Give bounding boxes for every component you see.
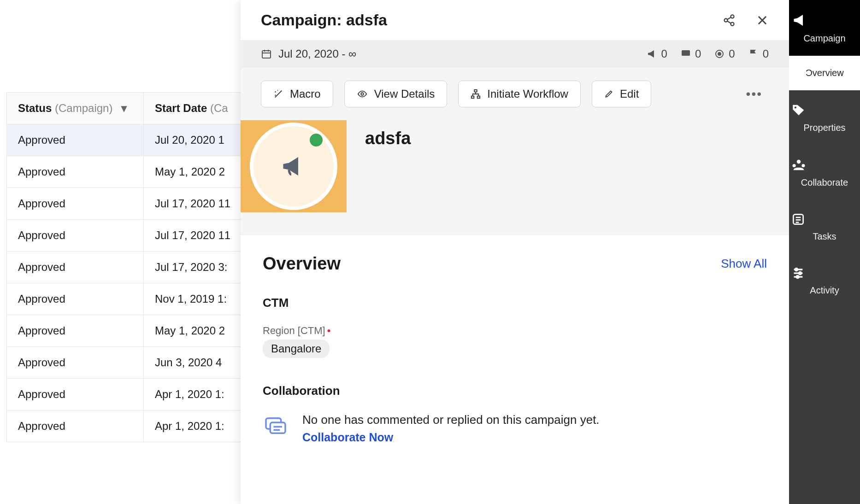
svg-rect-16 [471,96,474,99]
sidebar-item-activity[interactable]: Activity [789,254,860,308]
tag-icon [791,102,858,118]
show-all-link[interactable]: Show All [721,257,767,271]
sidebar-item-tasks[interactable]: Tasks [789,200,860,254]
table-row[interactable]: Jun 3, 2020 4 [143,347,246,379]
page-title: Campaign: adsfa [261,11,723,29]
table-row[interactable]: Jul 17, 2020 11 [143,188,246,220]
sidebar-item-label: Campaign [803,33,845,43]
date-bar: Jul 20, 2020 - ∞ 0 0 0 0 [241,40,789,68]
sidebar-item-label: Overview [805,68,843,78]
view-details-button[interactable]: View Details [344,81,448,107]
chat-bubble-icon [263,413,289,439]
svg-point-0 [731,15,734,18]
table-row[interactable]: Approved [7,410,144,442]
overview-heading: Overview [263,254,341,274]
svg-point-22 [795,106,796,108]
ctm-label: CTM [263,296,767,310]
sidebar-item-label: Properties [803,123,845,133]
svg-point-24 [793,164,796,167]
people-icon [791,157,858,173]
wand-icon [273,89,283,99]
table-row[interactable]: Approved [7,220,144,252]
campaign-hero: adsfa [241,120,789,235]
collaborate-now-link[interactable]: Collaborate Now [302,431,600,444]
svg-point-31 [795,268,797,270]
campaign-panel: Campaign: adsfa Jul 20, 2020 - ∞ 0 0 [241,0,789,504]
stat-chat[interactable]: 0 [680,47,701,60]
right-sidebar: Campaign Overview Properties Collaborate… [789,0,860,504]
date-range: Jul 20, 2020 - ∞ [278,47,356,60]
table-row[interactable]: Approved [7,379,144,410]
sidebar-item-label: Activity [810,285,839,295]
stat-announce[interactable]: 0 [647,47,667,60]
svg-rect-7 [262,51,271,58]
table-row[interactable]: Approved [7,156,144,188]
col-status[interactable]: Status (Campaign) ▾ [7,93,144,124]
share-icon[interactable] [723,14,736,27]
workflow-icon [471,89,481,99]
table-row[interactable]: Apr 1, 2020 1: [143,410,246,442]
svg-point-35 [796,275,799,278]
svg-point-33 [799,272,801,274]
initiate-workflow-button[interactable]: Initiate Workflow [458,81,581,107]
svg-rect-17 [477,96,480,99]
table-row[interactable]: Approved [7,315,144,347]
sidebar-item-label: Tasks [813,231,836,241]
table-row[interactable]: May 1, 2020 2 [143,156,246,188]
region-chip[interactable]: Bangalore [263,340,330,358]
sidebar-item-properties[interactable]: Properties [789,90,860,145]
table-row[interactable]: Approved [7,124,144,156]
calendar-icon [261,48,272,59]
table-row[interactable]: Nov 1, 2019 1: [143,283,246,315]
svg-point-1 [725,18,728,22]
table-row[interactable]: Jul 20, 2020 1 [143,124,246,156]
stat-target[interactable]: 0 [714,47,735,60]
svg-point-2 [731,22,734,25]
svg-point-23 [797,160,801,164]
megaphone-icon [280,152,307,180]
sliders-icon [791,266,858,281]
more-icon[interactable]: ••• [740,87,769,101]
table-row[interactable]: Approved [7,188,144,220]
table-row[interactable]: Apr 1, 2020 1: [143,379,246,410]
eye-icon [357,89,368,99]
toolbar: Macro View Details Initiate Workflow Edi… [241,68,789,120]
campaign-name: adsfa [365,129,411,148]
stat-flag[interactable]: 0 [748,47,769,60]
col-start-date[interactable]: Start Date (Ca [143,93,246,124]
sidebar-item-overview[interactable]: Overview [789,56,860,90]
collab-heading: Collaboration [263,384,767,398]
list-icon [791,212,858,227]
campaign-table: Status (Campaign) ▾ Start Date (Ca Appro… [6,92,246,442]
pencil-icon [604,89,613,99]
status-dot [310,134,323,147]
svg-point-13 [718,53,721,55]
svg-point-14 [361,93,364,95]
table-row[interactable]: May 1, 2020 2 [143,315,246,347]
table-row[interactable]: Jul 17, 2020 11 [143,220,246,252]
campaign-badge [241,120,347,212]
sidebar-item-collaborate[interactable]: Collaborate [789,145,860,200]
svg-rect-15 [475,90,477,92]
svg-line-4 [727,21,731,23]
sidebar-item-campaign[interactable]: Campaign [789,0,860,56]
svg-rect-19 [270,422,285,433]
table-row[interactable]: Jul 17, 2020 3: [143,252,246,283]
svg-point-25 [801,164,805,167]
table-row[interactable]: Approved [7,283,144,315]
chevron-down-icon[interactable]: ▾ [121,102,127,115]
close-icon[interactable] [756,14,769,27]
region-field-label: Region [CTM]• [263,325,767,337]
macro-button[interactable]: Macro [261,81,333,107]
sidebar-item-label: Collaborate [801,177,848,188]
megaphone-icon [791,12,858,29]
svg-line-3 [727,17,731,19]
edit-button[interactable]: Edit [592,81,651,107]
table-row[interactable]: Approved [7,252,144,283]
svg-rect-11 [682,50,690,56]
collab-empty-text: No one has commented or replied on this … [302,413,600,427]
table-row[interactable]: Approved [7,347,144,379]
